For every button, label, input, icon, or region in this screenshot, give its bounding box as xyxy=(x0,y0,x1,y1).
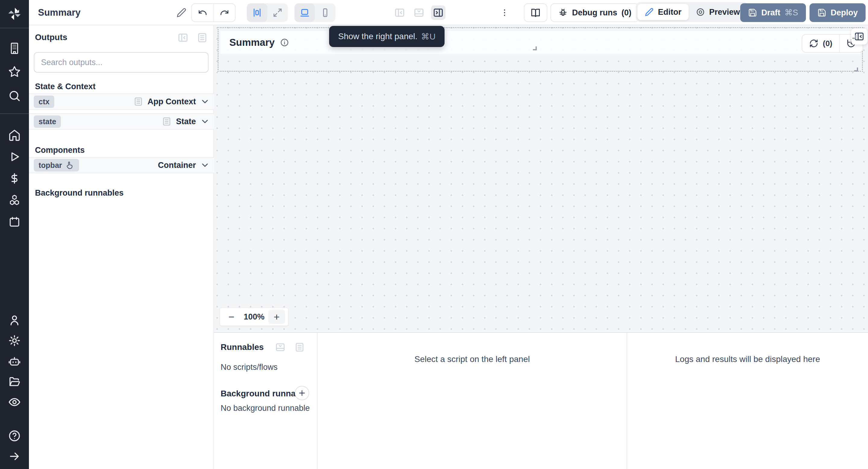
zoom-level: 100% xyxy=(240,312,268,322)
resize-handle[interactable] xyxy=(852,35,856,39)
toggle-left-panel-button[interactable] xyxy=(393,5,407,20)
notepad-icon xyxy=(196,32,208,43)
undo-redo-group xyxy=(191,3,236,22)
draft-shortcut: ⌘S xyxy=(784,8,798,18)
panel-bottom-collapse-icon xyxy=(275,342,286,353)
panel-left-icon xyxy=(394,7,405,19)
zoom-in-button[interactable]: + xyxy=(268,310,285,324)
app-title: Summary xyxy=(38,0,81,25)
tooltip-show-right-panel: Show the right panel. ⌘U xyxy=(329,26,444,47)
debug-runs-label: Debug runs xyxy=(572,8,617,18)
topbar-badge-label: topbar xyxy=(38,161,62,170)
background-runnables-heading: Background runnables xyxy=(35,188,124,198)
more-options-button[interactable] xyxy=(497,4,512,21)
editor-preview-tabs: Editor Preview xyxy=(636,2,749,22)
component-title: Summary xyxy=(229,37,275,48)
sidebar-item-settings-icon[interactable] xyxy=(0,331,29,350)
redo-button[interactable] xyxy=(213,4,235,22)
logs-hint: Logs and results will be displayed here xyxy=(627,354,868,364)
align-center-toggle[interactable] xyxy=(247,3,267,22)
sidebar-item-dollar-icon[interactable] xyxy=(0,169,29,188)
sidebar-item-star-icon[interactable] xyxy=(0,62,29,82)
mobile-toggle[interactable] xyxy=(315,3,336,22)
layout-mode-group xyxy=(247,3,288,22)
ctx-badge[interactable]: ctx xyxy=(34,96,54,108)
desktop-toggle[interactable] xyxy=(294,3,315,22)
state-type-label: State xyxy=(176,117,196,126)
deploy-button[interactable]: Deploy xyxy=(809,3,866,22)
undo-icon xyxy=(198,8,207,18)
runnables-panel: Runnables No scripts/flows Background ru… xyxy=(214,333,317,469)
maximize-icon xyxy=(273,7,283,18)
output-row-ctx[interactable]: ctx App Context xyxy=(29,93,214,110)
docs-button[interactable] xyxy=(524,3,547,22)
tab-preview[interactable]: Preview xyxy=(689,4,747,20)
redo-icon xyxy=(220,8,229,18)
resize-handle[interactable] xyxy=(533,46,537,50)
search-outputs-input[interactable] xyxy=(34,52,209,73)
sidebar-item-eye-icon[interactable] xyxy=(0,393,29,412)
device-mode-group xyxy=(294,3,336,22)
topbar-container-component[interactable]: Summary xyxy=(220,31,860,54)
smartphone-icon xyxy=(320,7,330,18)
maximize-toggle[interactable] xyxy=(267,3,288,22)
align-center-icon xyxy=(252,7,262,18)
chevron-down-icon[interactable] xyxy=(200,160,210,170)
toggle-right-panel-button[interactable] xyxy=(431,5,445,20)
collapse-outputs-panel-button[interactable] xyxy=(177,32,189,44)
undo-button[interactable] xyxy=(192,4,213,22)
notepad-icon xyxy=(294,342,305,353)
sidebar-item-play-icon[interactable] xyxy=(0,147,29,166)
collapse-bottom-panel-button[interactable] xyxy=(275,342,286,354)
state-badge[interactable]: state xyxy=(34,116,61,128)
windmill-logo[interactable] xyxy=(0,4,29,24)
refresh-components-button[interactable]: (0) xyxy=(802,35,839,52)
panel-bottom-icon xyxy=(413,7,425,19)
sidebar-item-building-icon[interactable] xyxy=(0,39,29,58)
output-row-state[interactable]: state State xyxy=(29,113,214,130)
chevron-down-icon[interactable] xyxy=(200,117,210,126)
chevron-down-icon[interactable] xyxy=(200,97,210,106)
script-editor-panel: Select a script on the left panel xyxy=(317,333,627,469)
draft-button[interactable]: Draft ⌘S xyxy=(740,3,806,22)
resize-handle[interactable] xyxy=(854,67,858,71)
refresh-count: (0) xyxy=(823,39,832,48)
sidebar-item-home-icon[interactable] xyxy=(0,125,29,145)
sidebar-item-calendar-icon[interactable] xyxy=(0,212,29,231)
sidebar-item-folder-icon[interactable] xyxy=(0,372,29,391)
pencil-icon xyxy=(645,7,654,17)
app-canvas[interactable]: Summary (0) − 100% + xyxy=(214,25,868,332)
sidebar-expand-arrow-icon[interactable] xyxy=(0,447,29,466)
zoom-out-button[interactable]: − xyxy=(223,310,240,324)
output-row-topbar[interactable]: topbar Container xyxy=(29,157,214,173)
add-background-runnable-button[interactable] xyxy=(295,386,309,400)
runnables-doc-button[interactable] xyxy=(294,342,305,354)
refresh-icon xyxy=(809,39,818,48)
no-scripts-text: No scripts/flows xyxy=(221,363,278,372)
outputs-title: Outputs xyxy=(35,33,67,42)
sidebar-item-blocks-icon[interactable] xyxy=(0,190,29,210)
topbar-badge[interactable]: topbar xyxy=(34,159,79,171)
tab-editor[interactable]: Editor xyxy=(638,4,689,20)
sidebar-item-bot-icon[interactable] xyxy=(0,351,29,371)
state-context-heading: State & Context xyxy=(35,82,96,91)
sidebar-item-user-icon[interactable] xyxy=(0,310,29,330)
edit-title-button[interactable] xyxy=(173,4,190,21)
outputs-panel: Outputs State & Context ctx App Context … xyxy=(29,25,214,469)
canvas-zoom-control: − 100% + xyxy=(220,308,288,326)
tooltip-text: Show the right panel. xyxy=(338,32,417,41)
runnables-title: Runnables xyxy=(221,342,264,352)
info-icon xyxy=(280,38,289,47)
left-rail xyxy=(0,0,29,469)
sidebar-item-help-icon[interactable] xyxy=(0,426,29,445)
bug-icon xyxy=(558,8,568,18)
rail-divider xyxy=(0,113,29,114)
pencil-icon xyxy=(176,7,187,18)
notepad-icon xyxy=(133,96,144,107)
toggle-bottom-panel-button[interactable] xyxy=(412,5,426,20)
panel-right-icon xyxy=(433,7,444,19)
debug-runs-button[interactable]: Debug runs (0) xyxy=(550,3,639,22)
outputs-doc-button[interactable] xyxy=(196,32,208,44)
sidebar-item-search-icon[interactable] xyxy=(0,86,29,105)
deploy-label: Deploy xyxy=(831,8,858,18)
